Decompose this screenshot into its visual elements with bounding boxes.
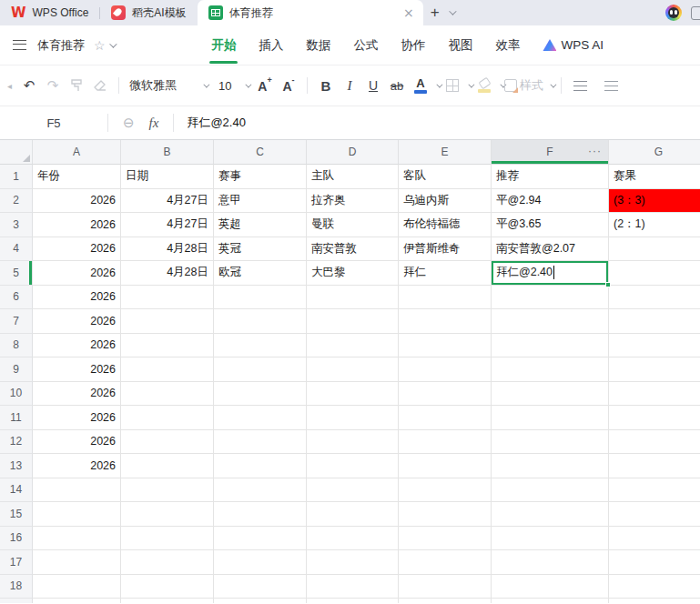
ribbon-tab-efficiency[interactable]: 效率	[495, 37, 520, 54]
cell-B9[interactable]	[121, 357, 214, 382]
cell-A17[interactable]	[33, 550, 121, 575]
tab-list-chevron-icon[interactable]	[449, 7, 456, 15]
row-header-18[interactable]: 18	[0, 575, 33, 599]
align-left-button[interactable]	[568, 74, 592, 97]
strikethrough-button[interactable]: ab	[385, 74, 409, 97]
col-menu-dots-icon[interactable]: ···	[588, 145, 602, 157]
cell-F14[interactable]	[492, 478, 609, 503]
cell-D13[interactable]	[307, 454, 399, 478]
cell-B19[interactable]	[121, 599, 214, 603]
collapse-toolbar-icon[interactable]: ◂	[7, 81, 12, 91]
cell-D9[interactable]	[307, 357, 399, 382]
cell-D6[interactable]	[307, 286, 399, 310]
align-center-button[interactable]	[599, 74, 623, 97]
cell-A6[interactable]: 2026	[33, 286, 121, 310]
col-header-B[interactable]: B	[121, 140, 214, 165]
tab-docer-templates[interactable]: 稻壳AI模板	[100, 0, 197, 25]
cell-D19[interactable]	[307, 599, 399, 603]
cell-F19[interactable]	[492, 599, 609, 603]
cell-C1[interactable]: 赛事	[214, 165, 307, 189]
tab-sports-recommend[interactable]: 体育推荐 ×	[198, 0, 423, 25]
row-header-12[interactable]: 12	[0, 430, 33, 455]
row-header-5[interactable]: 5	[0, 261, 33, 286]
row-header-4[interactable]: 4	[0, 237, 33, 262]
row-header-3[interactable]: 3	[0, 213, 33, 237]
cell-F8[interactable]	[492, 334, 609, 358]
cell-G5[interactable]	[609, 261, 700, 286]
new-tab-button[interactable]: +	[423, 0, 447, 25]
row-header-6[interactable]: 6	[0, 286, 33, 310]
cell-F6[interactable]	[492, 286, 609, 310]
cell-F5[interactable]: 拜仁@2.40	[492, 261, 609, 286]
cell-E5[interactable]: 拜仁	[399, 261, 492, 286]
cell-C18[interactable]	[214, 575, 307, 599]
cell-C10[interactable]	[214, 382, 307, 407]
cell-E17[interactable]	[399, 550, 492, 575]
cell-A16[interactable]	[33, 527, 121, 551]
cell-A14[interactable]	[33, 478, 121, 503]
cell-B5[interactable]: 4月28日	[121, 261, 214, 286]
decrease-font-button[interactable]: A-	[277, 74, 300, 97]
cell-G17[interactable]	[609, 550, 700, 575]
row-header-1[interactable]: 1	[0, 165, 33, 189]
cell-A19[interactable]	[33, 599, 121, 603]
cell-D16[interactable]	[307, 527, 399, 551]
cell-styles-button[interactable]: 样式	[504, 74, 546, 97]
cell-B8[interactable]	[121, 334, 214, 358]
cell-F4[interactable]: 南安普敦@2.07	[492, 237, 609, 262]
cell-D8[interactable]	[307, 334, 399, 358]
cell-E11[interactable]	[399, 406, 492, 430]
cell-C8[interactable]	[214, 334, 307, 358]
cell-B6[interactable]	[121, 286, 214, 310]
cell-C5[interactable]: 欧冠	[214, 261, 307, 286]
cell-D14[interactable]	[307, 478, 399, 503]
cell-D5[interactable]: 大巴黎	[307, 261, 399, 286]
cell-B15[interactable]	[121, 502, 214, 527]
clipped-window-icon[interactable]	[691, 6, 700, 20]
cell-A7[interactable]: 2026	[33, 309, 121, 334]
cell-C6[interactable]	[214, 286, 307, 310]
cell-E8[interactable]	[399, 334, 492, 358]
cell-A12[interactable]: 2026	[33, 430, 121, 455]
cell-A11[interactable]: 2026	[33, 406, 121, 430]
ribbon-tab-wps-ai[interactable]: WPS AI	[543, 38, 604, 52]
cell-C15[interactable]	[214, 502, 307, 527]
increase-font-button[interactable]: A+	[253, 74, 277, 97]
cell-E4[interactable]: 伊普斯维奇	[399, 237, 492, 262]
cell-B3[interactable]: 4月27日	[121, 213, 214, 237]
cell-A1[interactable]: 年份	[33, 165, 121, 189]
row-header-11[interactable]: 11	[0, 406, 33, 430]
cell-A18[interactable]	[33, 575, 121, 599]
ai-assistant-orb-icon[interactable]	[665, 5, 682, 21]
col-header-C[interactable]: C	[214, 140, 307, 165]
font-size-select[interactable]: 10	[215, 74, 253, 97]
zoom-out-icon[interactable]: ⊖	[123, 115, 135, 131]
cell-B4[interactable]: 4月28日	[121, 237, 214, 262]
cell-C11[interactable]	[214, 406, 307, 430]
fill-color-button[interactable]	[472, 74, 496, 97]
cell-G14[interactable]	[609, 478, 700, 503]
fill-handle[interactable]	[605, 282, 611, 287]
ribbon-tab-collaborate[interactable]: 协作	[401, 37, 425, 54]
ribbon-tab-data[interactable]: 数据	[306, 37, 330, 54]
row-header-13[interactable]: 13	[0, 454, 33, 478]
main-menu-icon[interactable]	[13, 40, 26, 50]
cell-G18[interactable]	[609, 575, 700, 599]
cell-C7[interactable]	[214, 309, 307, 334]
ribbon-tab-home[interactable]: 开始	[211, 37, 236, 54]
italic-button[interactable]: I	[338, 74, 361, 97]
row-header-14[interactable]: 14	[0, 478, 33, 503]
cell-E2[interactable]: 乌迪内斯	[399, 189, 492, 214]
cell-G2[interactable]: (3：3)	[609, 189, 700, 214]
cell-C9[interactable]	[214, 357, 307, 382]
cell-B10[interactable]	[121, 382, 214, 407]
font-name-select[interactable]: 微软雅黑	[126, 74, 211, 97]
cell-C2[interactable]: 意甲	[214, 189, 307, 214]
cell-D3[interactable]: 曼联	[307, 213, 399, 237]
row-header-15[interactable]: 15	[0, 502, 33, 527]
cell-B12[interactable]	[121, 430, 214, 455]
borders-button[interactable]	[441, 74, 464, 97]
row-header-19[interactable]: 19	[0, 599, 33, 603]
cell-E15[interactable]	[399, 502, 492, 527]
col-header-D[interactable]: D	[307, 140, 399, 165]
